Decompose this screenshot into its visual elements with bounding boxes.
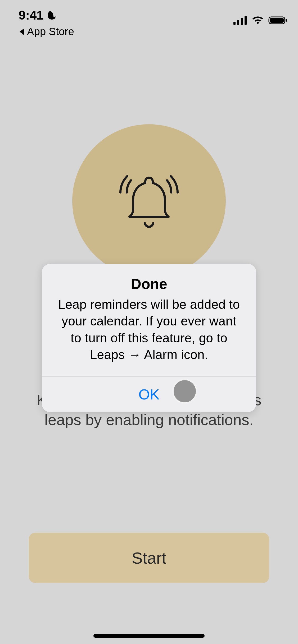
bell-ringing-icon bbox=[115, 167, 183, 235]
alert-message: Leap reminders will be added to your cal… bbox=[55, 296, 243, 363]
bell-illustration-circle bbox=[72, 124, 226, 278]
alert-ok-button[interactable]: OK bbox=[42, 376, 256, 412]
done-alert: Done Leap reminders will be added to you… bbox=[42, 264, 256, 412]
alert-title: Done bbox=[55, 275, 243, 292]
illustration bbox=[0, 124, 298, 278]
back-to-app-store[interactable]: App Store bbox=[19, 26, 74, 38]
wifi-icon bbox=[251, 16, 264, 25]
do-not-disturb-icon bbox=[46, 10, 57, 21]
back-label: App Store bbox=[27, 26, 74, 38]
start-button-label: Start bbox=[132, 549, 166, 567]
svg-rect-0 bbox=[233, 22, 236, 25]
start-button[interactable]: Start bbox=[29, 533, 269, 583]
svg-rect-6 bbox=[286, 19, 287, 22]
svg-rect-3 bbox=[245, 16, 247, 25]
svg-rect-1 bbox=[237, 20, 239, 25]
svg-rect-2 bbox=[241, 18, 243, 25]
touch-indicator bbox=[172, 379, 197, 404]
battery-icon bbox=[268, 16, 287, 25]
alert-ok-label: OK bbox=[138, 386, 159, 403]
status-bar: 9:41 App Store bbox=[0, 0, 298, 40]
status-time: 9:41 bbox=[19, 8, 43, 22]
back-chevron-icon bbox=[19, 28, 24, 35]
home-indicator[interactable] bbox=[93, 634, 205, 638]
cellular-signal-icon bbox=[233, 16, 247, 25]
svg-rect-5 bbox=[270, 18, 284, 23]
